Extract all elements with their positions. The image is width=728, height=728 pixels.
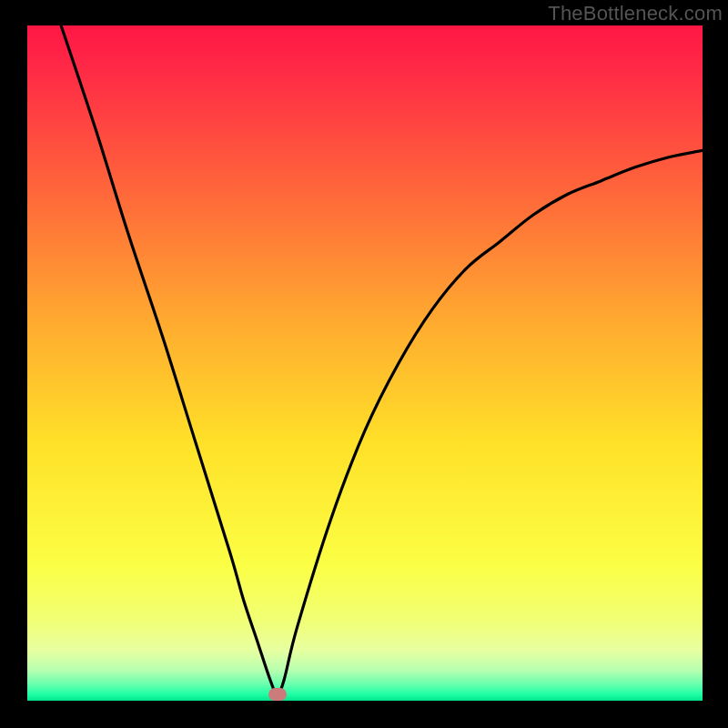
chart-frame: TheBottleneck.com	[0, 0, 728, 728]
watermark-label: TheBottleneck.com	[548, 2, 723, 25]
plot-area	[27, 25, 703, 701]
curve-line	[27, 25, 703, 701]
optimal-point-marker	[268, 688, 287, 701]
